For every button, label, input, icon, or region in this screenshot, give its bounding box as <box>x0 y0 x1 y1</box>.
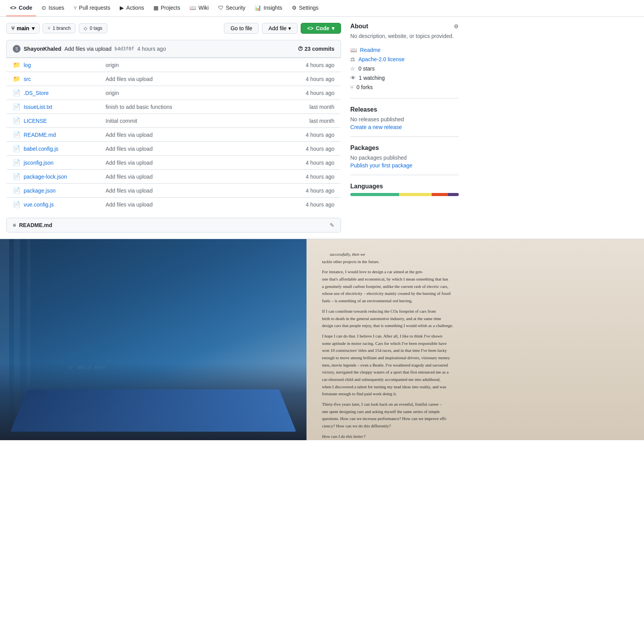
nav-issues[interactable]: ⊙ Issues <box>38 0 68 16</box>
file-name[interactable]: 📄 package-lock.json <box>13 173 93 180</box>
book-para-10: birth to death in the general automotive… <box>322 315 629 322</box>
wiki-icon: 📖 <box>189 5 196 11</box>
projects-icon: ▦ <box>153 5 158 11</box>
nav-wiki[interactable]: 📖 Wiki <box>186 0 212 16</box>
file-time: 4 hours ago <box>258 128 341 142</box>
file-commit: origin <box>100 86 258 100</box>
code-icon: <> <box>10 5 16 11</box>
about-license-link[interactable]: ⚖ Apache-2.0 license <box>350 55 459 64</box>
star-icon: ☆ <box>350 65 355 72</box>
add-file-label: Add file <box>269 25 287 31</box>
nav-wiki-label: Wiki <box>198 5 208 11</box>
publish-package-link[interactable]: Publish your first package <box>350 162 459 169</box>
lang-segment-vue <box>350 193 399 196</box>
tags-count-label: 0 tags <box>90 26 102 31</box>
book-para-9: If I can contribute towards reducing the… <box>322 308 629 315</box>
about-sidebar: About ⚙ No description, website, or topi… <box>350 23 459 232</box>
file-commit: Add files via upload <box>100 128 258 142</box>
table-row[interactable]: 📄 package.json Add files via upload 4 ho… <box>7 184 341 198</box>
commit-hash[interactable]: b4d3f0f <box>115 46 134 52</box>
tags-count-btn[interactable]: ◇ 0 tags <box>79 23 107 33</box>
code-btn[interactable]: <> Code ▾ <box>301 23 341 34</box>
stars-stat[interactable]: ☆ 0 stars <box>350 64 459 73</box>
table-row[interactable]: 📄 IssueList.txt finish to add basic func… <box>7 100 341 114</box>
file-name[interactable]: 📄 package.json <box>13 187 93 194</box>
table-row[interactable]: 📄 package-lock.json Add files via upload… <box>7 170 341 184</box>
nav-insights-label: Insights <box>263 5 282 11</box>
table-row[interactable]: 📄 vue.config.js Add files via upload 4 h… <box>7 198 341 212</box>
top-nav: <> Code ⊙ Issues ⑂ Pull requests ▶ Actio… <box>0 0 644 17</box>
readme-icon: 📖 <box>350 47 357 53</box>
forks-stat[interactable]: ⑂ 0 forks <box>350 83 459 92</box>
about-readme-link[interactable]: 📖 Readme <box>350 45 459 55</box>
table-row[interactable]: 📁 src Add files via upload 4 hours ago <box>7 72 341 86</box>
file-time: 4 hours ago <box>258 198 341 212</box>
settings-icon: ⚙ <box>292 5 297 11</box>
file-name[interactable]: 📄 LICENSE <box>13 117 93 124</box>
branch-count-btn[interactable]: ⑂ 1 branch <box>43 23 76 33</box>
goto-file-btn[interactable]: Go to file <box>224 23 259 34</box>
commit-author[interactable]: ShayonKhaled <box>24 46 61 52</box>
repo-toolbar: ⑂ main ▾ ⑂ 1 branch ◇ 0 tags Go to file … <box>6 23 341 34</box>
folder-icon: 📁 <box>13 75 21 83</box>
file-name[interactable]: 📄 vue.config.js <box>13 201 93 208</box>
tags-icon: ◇ <box>84 26 87 31</box>
file-commit: finish to add basic functions <box>100 100 258 114</box>
file-name[interactable]: 📁 log <box>13 61 93 69</box>
branch-count-label: 1 branch <box>53 26 71 31</box>
file-icon: 📄 <box>13 117 21 124</box>
file-icon: 📄 <box>13 145 21 152</box>
nav-actions[interactable]: ▶ Actions <box>116 0 148 16</box>
branch-select[interactable]: ⑂ main ▾ <box>6 23 40 34</box>
table-row[interactable]: 📄 LICENSE Initial commit last month <box>7 114 341 128</box>
nav-settings[interactable]: ⚙ Settings <box>288 0 323 16</box>
watching-label: 1 watching <box>359 75 385 81</box>
folder-icon: 📁 <box>13 61 21 69</box>
file-icon: 📄 <box>13 159 21 166</box>
languages-section: Languages <box>350 183 459 196</box>
nav-security[interactable]: 🛡 Security <box>214 0 250 16</box>
file-name[interactable]: 📄 IssueList.txt <box>13 103 93 110</box>
file-time: last month <box>258 100 341 114</box>
file-name[interactable]: 📄 .DS_Store <box>13 89 93 96</box>
about-title: About <box>350 23 368 30</box>
book-para-13: some aptitude in motor racing. Cars for … <box>322 340 629 347</box>
watching-stat[interactable]: 👁 1 watching <box>350 73 459 83</box>
table-row[interactable]: 📄 .DS_Store origin 4 hours ago <box>7 86 341 100</box>
file-commit: Add files via upload <box>100 156 258 170</box>
book-para-8: fuels – is something of an environmental… <box>322 297 629 305</box>
commit-time: 4 hours ago <box>137 46 166 52</box>
nav-projects-label: Projects <box>161 5 181 11</box>
repo-area: ⑂ main ▾ ⑂ 1 branch ◇ 0 tags Go to file … <box>6 23 341 232</box>
releases-section: Releases No releases published Create a … <box>350 106 459 130</box>
nav-insights[interactable]: 📊 Insights <box>251 0 286 16</box>
nav-projects[interactable]: ▦ Projects <box>150 0 184 16</box>
branch-label: main <box>17 25 29 31</box>
file-name[interactable]: 📄 README.md <box>13 131 93 138</box>
readme-title: ≡ README.md <box>13 222 52 228</box>
table-row[interactable]: 📄 jsconfig.json Add files via upload 4 h… <box>7 156 341 170</box>
file-commit: origin <box>100 58 258 72</box>
file-commit: Add files via upload <box>100 170 258 184</box>
file-name[interactable]: 📄 babel.config.js <box>13 145 93 152</box>
file-icon: 📄 <box>13 201 21 208</box>
commit-count[interactable]: ⏱ 23 commits <box>298 46 334 52</box>
table-row[interactable]: 📄 babel.config.js Add files via upload 4… <box>7 142 341 156</box>
file-time: 4 hours ago <box>258 156 341 170</box>
about-gear-icon[interactable]: ⚙ <box>454 23 459 29</box>
book-para-18: car-obsessed child and subsequently acco… <box>322 376 629 383</box>
file-name[interactable]: 📁 src <box>13 75 93 83</box>
create-release-link[interactable]: Create a new release <box>350 124 459 130</box>
nav-pull-requests[interactable]: ⑂ Pull requests <box>70 0 114 16</box>
file-name[interactable]: 📄 jsconfig.json <box>13 159 93 166</box>
file-icon: 📄 <box>13 89 21 96</box>
table-row[interactable]: 📄 README.md Add files via upload 4 hours… <box>7 128 341 142</box>
book-para-16: men, movie legends – even a Beatle. I've… <box>322 362 629 369</box>
file-icon: 📄 <box>13 187 21 194</box>
stars-label: 0 stars <box>358 65 375 72</box>
file-commit: Add files via upload <box>100 142 258 156</box>
table-row[interactable]: 📁 log origin 4 hours ago <box>7 58 341 72</box>
add-file-btn[interactable]: Add file ▾ <box>262 23 298 34</box>
readme-edit-icon[interactable]: ✎ <box>330 222 334 228</box>
nav-code[interactable]: <> Code <box>6 0 36 16</box>
